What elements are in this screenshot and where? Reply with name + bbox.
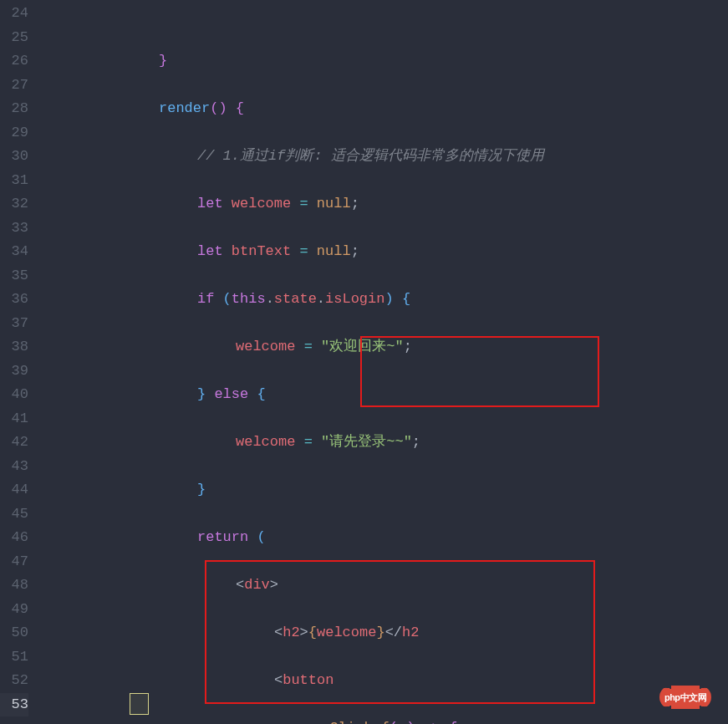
line-number: 37: [0, 312, 28, 336]
code-line: <h2>{welcome}</h2: [43, 621, 728, 645]
line-number: 31: [0, 169, 28, 193]
line-number: 35: [0, 264, 28, 288]
line-number: 28: [0, 97, 28, 121]
code-area[interactable]: } render() { // 1.通过if判断: 适合逻辑代码非常多的情况下使…: [40, 0, 728, 724]
code-line: }: [43, 478, 728, 502]
line-number: 30: [0, 145, 28, 169]
code-line: <div>: [43, 574, 728, 598]
code-line: <button: [43, 669, 728, 693]
line-number: 38: [0, 335, 28, 359]
line-number: 32: [0, 192, 28, 217]
watermark-logo: php中文网: [659, 686, 711, 709]
line-number: 49: [0, 598, 28, 622]
code-line: onClick={(e) => {: [43, 716, 728, 724]
line-number: 39: [0, 359, 28, 384]
line-number: 24: [0, 2, 28, 26]
code-line: welcome = "请先登录~~";: [43, 431, 728, 455]
code-line: welcome = "欢迎回来~";: [43, 335, 728, 359]
line-number: 52: [0, 669, 28, 693]
line-number: 46: [0, 526, 28, 550]
line-number: 48: [0, 574, 28, 598]
line-number: 33: [0, 217, 28, 241]
line-number: 47: [0, 550, 28, 574]
line-number: 40: [0, 383, 28, 407]
line-number: 26: [0, 49, 28, 74]
code-line: }: [43, 49, 728, 74]
line-number: 43: [0, 455, 28, 479]
line-number: 27: [0, 74, 28, 98]
code-line: let welcome = null;: [43, 192, 728, 217]
line-number: 41: [0, 407, 28, 431]
line-number: 34: [0, 240, 28, 264]
code-line: return (: [43, 526, 728, 550]
code-line: if (this.state.isLogin) {: [43, 288, 728, 312]
code-line: render() {: [43, 97, 728, 121]
line-number: 44: [0, 478, 28, 502]
code-editor[interactable]: 2425262728293031323334353637383940414243…: [0, 0, 728, 724]
code-line: } else {: [43, 383, 728, 407]
line-number: 53: [0, 693, 28, 717]
line-number: 29: [0, 121, 28, 145]
code-line: // 1.通过if判断: 适合逻辑代码非常多的情况下使用: [43, 145, 728, 169]
line-number-gutter: 2425262728293031323334353637383940414243…: [0, 0, 40, 724]
line-number: 51: [0, 645, 28, 670]
line-number: 36: [0, 288, 28, 312]
line-number: 42: [0, 431, 28, 455]
line-number: 25: [0, 26, 28, 50]
line-number: 50: [0, 621, 28, 645]
code-line: let btnText = null;: [43, 240, 728, 264]
line-number: 45: [0, 502, 28, 527]
